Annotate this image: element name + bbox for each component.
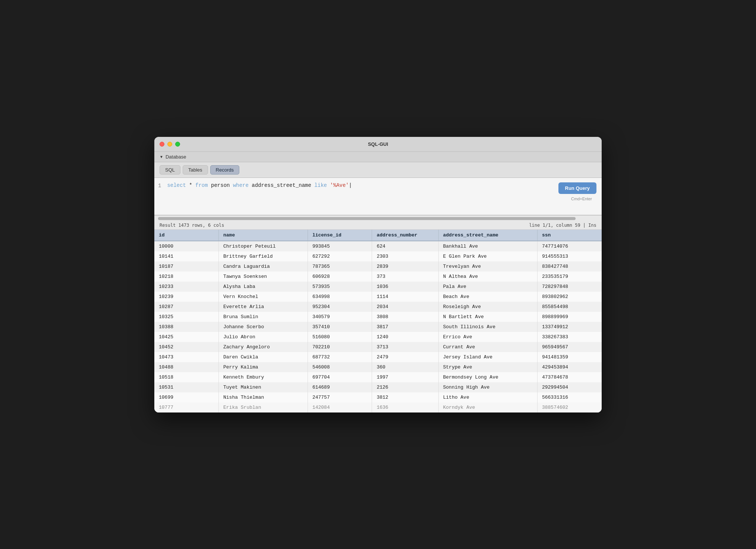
table-cell: 566331316 bbox=[537, 392, 602, 402]
table-cell: Johanne Scerbo bbox=[219, 322, 308, 332]
results-table-container[interactable]: id name license_id address_number addres… bbox=[154, 230, 602, 412]
tab-tables[interactable]: Tables bbox=[183, 165, 208, 175]
table-cell: E Glen Park Ave bbox=[438, 251, 537, 261]
col-header-address-number[interactable]: address_number bbox=[372, 230, 438, 241]
table-row: 10452Zachary Angeloro7022103713Currant A… bbox=[154, 342, 602, 352]
table-cell: 10777 bbox=[154, 402, 219, 412]
table-body: 10000Christoper Peteuil993845624Bankhall… bbox=[154, 241, 602, 412]
table-cell: 627292 bbox=[308, 251, 372, 261]
tab-records[interactable]: Records bbox=[210, 165, 239, 175]
table-cell: Erika Srublan bbox=[219, 402, 308, 412]
table-cell: 233535179 bbox=[537, 272, 602, 282]
code-value: '%Ave' bbox=[330, 182, 349, 188]
col-header-ssn[interactable]: ssn bbox=[537, 230, 602, 241]
cursor-indicator: | bbox=[349, 182, 352, 188]
table-cell: 10287 bbox=[154, 302, 219, 312]
table-row: 10473Daren Cwikla6877322479Jersey Island… bbox=[154, 352, 602, 362]
table-wrapper: id name license_id address_number addres… bbox=[154, 230, 602, 412]
col-header-id[interactable]: id bbox=[154, 230, 219, 241]
table-cell: 914555313 bbox=[537, 251, 602, 261]
table-cell: 1240 bbox=[372, 332, 438, 342]
run-query-shortcut: Cmd+Enter bbox=[571, 197, 592, 201]
result-info: Result 1473 rows, 6 cols bbox=[160, 223, 224, 228]
table-cell: Bermondsey Long Ave bbox=[438, 372, 537, 382]
table-cell: Tawnya Soenksen bbox=[219, 272, 308, 282]
table-cell: 697704 bbox=[308, 372, 372, 382]
table-cell: 3812 bbox=[372, 392, 438, 402]
table-cell: Candra Laguardia bbox=[219, 261, 308, 272]
table-cell: 10187 bbox=[154, 261, 219, 272]
table-cell: 292994504 bbox=[537, 382, 602, 392]
table-cell: Perry Kalima bbox=[219, 362, 308, 372]
table-cell: Litho Ave bbox=[438, 392, 537, 402]
table-row: 10425Julio Abron5160801240Errico Ave3382… bbox=[154, 332, 602, 342]
table-row: 10233Alysha Laba5739351036Pala Ave728297… bbox=[154, 282, 602, 292]
close-button[interactable] bbox=[160, 142, 164, 147]
table-cell: 473784678 bbox=[537, 372, 602, 382]
table-cell: Sonning High Ave bbox=[438, 382, 537, 392]
table-cell: 898899969 bbox=[537, 312, 602, 322]
table-cell: 702210 bbox=[308, 342, 372, 352]
table-cell: 2839 bbox=[372, 261, 438, 272]
table-cell: 747714076 bbox=[537, 241, 602, 251]
table-cell: Bruna Sumlin bbox=[219, 312, 308, 322]
results-table: id name license_id address_number addres… bbox=[154, 230, 602, 412]
table-cell: 10699 bbox=[154, 392, 219, 402]
col-header-name[interactable]: name bbox=[219, 230, 308, 241]
maximize-button[interactable] bbox=[175, 142, 180, 147]
table-cell: 728297848 bbox=[537, 282, 602, 292]
table-row: 10488Perry Kalima546008360Strype Ave4294… bbox=[154, 362, 602, 372]
table-cell: 634998 bbox=[308, 292, 372, 302]
editor-scrollbar-thumb[interactable] bbox=[158, 217, 576, 220]
code-editor[interactable]: 1 select * from person where address_str… bbox=[154, 178, 602, 215]
table-cell: 1636 bbox=[372, 402, 438, 412]
col-header-license-id[interactable]: license_id bbox=[308, 230, 372, 241]
table-cell: Christoper Peteuil bbox=[219, 241, 308, 251]
code-table: person bbox=[211, 182, 233, 188]
app-window: SQL-GUI ▼ Database SQL Tables Records 1 … bbox=[154, 137, 602, 412]
table-cell: 10488 bbox=[154, 362, 219, 372]
table-cell: 388574602 bbox=[537, 402, 602, 412]
table-cell: Vern Knochel bbox=[219, 292, 308, 302]
table-cell: 10233 bbox=[154, 282, 219, 292]
table-cell: 142084 bbox=[308, 402, 372, 412]
table-cell: Tuyet Makinen bbox=[219, 382, 308, 392]
table-cell: Errico Ave bbox=[438, 332, 537, 342]
table-row: 10239Vern Knochel6349981114Beach Ave8938… bbox=[154, 292, 602, 302]
table-cell: 893802962 bbox=[537, 292, 602, 302]
table-cell: 965949567 bbox=[537, 342, 602, 352]
table-cell: 2303 bbox=[372, 251, 438, 261]
table-cell: 941481359 bbox=[537, 352, 602, 362]
table-cell: Kenneth Embury bbox=[219, 372, 308, 382]
code-line[interactable]: select * from person where address_stree… bbox=[167, 182, 598, 210]
table-cell: 3808 bbox=[372, 312, 438, 322]
table-row: 10287Everette Arlia9523042034Roseleigh A… bbox=[154, 302, 602, 312]
table-cell: 855854498 bbox=[537, 302, 602, 312]
cursor-info: line 1/1, column 59 | Ins bbox=[529, 223, 596, 228]
table-cell: 10325 bbox=[154, 312, 219, 322]
tab-sql[interactable]: SQL bbox=[160, 165, 180, 175]
table-cell: Everette Arlia bbox=[219, 302, 308, 312]
table-cell: 993845 bbox=[308, 241, 372, 251]
col-header-address-street[interactable]: address_street_name bbox=[438, 230, 537, 241]
table-cell: Brittney Garfield bbox=[219, 251, 308, 261]
editor-scrollbar[interactable] bbox=[154, 215, 602, 221]
code-column: address_street_name bbox=[252, 182, 314, 188]
table-row: 10218Tawnya Soenksen606928373N Althea Av… bbox=[154, 272, 602, 282]
database-arrow-icon: ▼ bbox=[160, 155, 163, 159]
table-cell: N Althea Ave bbox=[438, 272, 537, 282]
editor-area: 1 select * from person where address_str… bbox=[154, 178, 602, 215]
keyword-like: like bbox=[314, 182, 327, 188]
table-cell: 247757 bbox=[308, 392, 372, 402]
table-row: 10777Erika Srublan1420841636Korndyk Ave3… bbox=[154, 402, 602, 412]
table-cell: 429453894 bbox=[537, 362, 602, 372]
keyword-from: from bbox=[195, 182, 208, 188]
table-cell: 573935 bbox=[308, 282, 372, 292]
table-cell: 10473 bbox=[154, 352, 219, 362]
table-cell: 2479 bbox=[372, 352, 438, 362]
table-cell: 373 bbox=[372, 272, 438, 282]
run-query-button[interactable]: Run Query bbox=[558, 182, 596, 194]
table-cell: South Illinois Ave bbox=[438, 322, 537, 332]
minimize-button[interactable] bbox=[167, 142, 172, 147]
table-cell: 1036 bbox=[372, 282, 438, 292]
